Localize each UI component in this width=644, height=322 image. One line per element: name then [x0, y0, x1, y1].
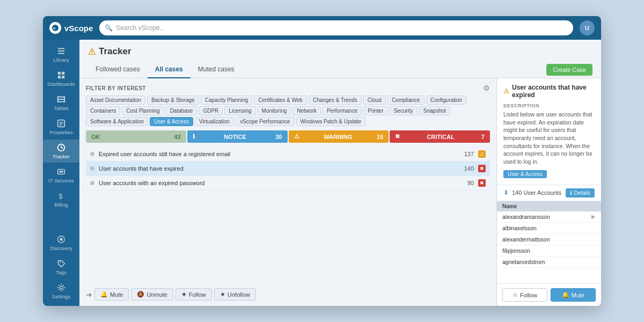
tag-containers[interactable]: Containers	[86, 106, 120, 115]
warning-count: 15	[377, 134, 383, 140]
status-warning-button[interactable]: ⚠ WARNING 15	[289, 130, 389, 143]
detail-mute-button[interactable]: 🔔 Mute	[551, 288, 596, 302]
critical-count: 7	[481, 134, 485, 140]
tag-snapshot[interactable]: Snapshot	[419, 106, 450, 115]
name-row-5[interactable]: agnetanordstrom	[497, 257, 601, 268]
page-title-text: Tracker	[99, 46, 131, 57]
description-label: DESCRIPTION	[503, 103, 595, 108]
tracker-warning-icon: ⚠	[88, 47, 96, 57]
search-bar[interactable]: 🔍 Search vScope...	[99, 20, 573, 35]
detail-tag[interactable]: User & Access	[503, 170, 547, 178]
filter-header: FILTER BY INTEREST ⚙	[86, 84, 490, 92]
tag-certificates-web[interactable]: Certificates & Web	[254, 96, 307, 105]
tag-vscope-performance[interactable]: vScope Performance	[236, 117, 294, 126]
unfollow-label: Unfollow	[228, 291, 250, 298]
follow-star-icon: ★	[181, 291, 187, 298]
follow-button[interactable]: ★ Follow	[175, 288, 212, 301]
tag-compliance[interactable]: Compliance	[387, 96, 425, 105]
sidebar-item-discovery[interactable]: Discovery	[43, 231, 79, 254]
svg-rect-8	[62, 76, 64, 78]
tag-configuration[interactable]: Configuration	[426, 96, 466, 105]
page-header: ⚠ Tracker	[79, 40, 601, 61]
status-notice-button[interactable]: ℹ NOTICE 30	[187, 130, 288, 143]
svg-rect-2	[58, 48, 65, 49]
details-button[interactable]: ℹ Details	[566, 188, 595, 197]
unfollow-button[interactable]: ★ Unfollow	[214, 288, 256, 301]
name-row-3[interactable]: alexandermattsson	[497, 234, 601, 245]
tag-backup-storage[interactable]: Backup & Storage	[147, 96, 199, 105]
sidebar-item-tags[interactable]: Tags	[43, 255, 79, 279]
tag-monitoring[interactable]: Monitoring	[258, 106, 291, 115]
sidebar-item-library[interactable]: Library	[43, 43, 79, 66]
create-case-button[interactable]: Create Case	[546, 64, 592, 76]
svg-rect-6	[62, 72, 64, 75]
tag-asset-documentation[interactable]: Asset Documentation	[86, 96, 145, 105]
case-dot-2	[90, 166, 94, 171]
page-title: ⚠ Tracker	[88, 46, 592, 57]
tab-all-cases[interactable]: All cases	[148, 61, 191, 78]
notice-count: 30	[275, 134, 282, 140]
tab-muted-cases[interactable]: Muted cases	[191, 61, 242, 78]
case-item-1[interactable]: Expired user accounts still have a regis…	[86, 147, 490, 162]
unmute-button[interactable]: 🔕 Unmute	[131, 288, 173, 301]
status-ok-button[interactable]: OK 43	[86, 130, 186, 143]
app-name: vScope	[64, 24, 93, 33]
svg-rect-20	[59, 171, 63, 173]
case-name-1: Expired user accounts still have a regis…	[99, 151, 460, 157]
sidebar-label-billing: Billing	[54, 202, 68, 208]
tag-software-application[interactable]: Software & Application	[86, 117, 148, 126]
status-critical-button[interactable]: ✖ CRITICAL 7	[390, 130, 490, 143]
detail-title: ⚠ User accounts that have expired	[503, 84, 595, 99]
case-item-3[interactable]: User accounts with an expired password 9…	[86, 176, 490, 191]
detail-mute-label: Mute	[572, 292, 584, 298]
warning-label: WARNING	[324, 134, 352, 140]
detail-follow-label: Follow	[520, 292, 537, 298]
tag-database[interactable]: Database	[166, 106, 197, 115]
tag-virtualization[interactable]: Virtualization	[195, 117, 234, 126]
warning-icon: ⚠	[294, 133, 299, 140]
name-table: Name alexandramansson ▶ albinaxelsson al…	[497, 201, 601, 283]
tag-printer[interactable]: Printer	[363, 106, 387, 115]
sidebar-item-settings[interactable]: Settings	[43, 280, 79, 303]
case-item-2[interactable]: User accounts that have expired 140 ✖	[86, 162, 490, 176]
tag-gdpr[interactable]: GDPR	[199, 106, 223, 115]
name-row-4[interactable]: filipjonsson	[497, 245, 601, 257]
tag-windows-patch[interactable]: Windows Patch & Update	[296, 117, 365, 126]
mute-button[interactable]: 🔔 Mute	[94, 288, 129, 301]
tag-cost-planning[interactable]: Cost Planning	[122, 106, 164, 115]
tab-followed-cases[interactable]: Followed cases	[88, 61, 148, 78]
case-severity-2: ✖	[478, 165, 486, 172]
sidebar-item-dashboards[interactable]: Dashboards	[43, 67, 79, 90]
svg-text:v: v	[53, 26, 56, 31]
tag-security[interactable]: Security	[390, 106, 418, 115]
name-row-2[interactable]: albinaxelsson	[497, 223, 601, 234]
tag-changes-trends[interactable]: Changes & Trends	[309, 96, 362, 105]
tag-user-access[interactable]: User & Access	[150, 117, 193, 126]
sidebar-label-discovery: Discovery	[50, 245, 72, 251]
unfollow-icon: ★	[220, 291, 225, 298]
svg-rect-9	[57, 97, 65, 98]
sidebar-label-tables: Tables	[54, 105, 68, 111]
svg-rect-3	[58, 50, 65, 52]
name-row-1[interactable]: alexandramansson ▶	[497, 211, 601, 223]
svg-text:$: $	[59, 193, 63, 200]
tag-capacity-planning[interactable]: Capacity Planning	[201, 96, 253, 105]
tag-licensing[interactable]: Licensing	[224, 106, 255, 115]
detail-follow-button[interactable]: ☆ Follow	[502, 288, 547, 302]
name-1: alexandramansson	[502, 214, 550, 220]
sidebar-item-properties[interactable]: Properties	[43, 115, 79, 138]
filter-gear-icon[interactable]: ⚙	[483, 84, 490, 92]
tag-cloud[interactable]: Cloud	[363, 96, 386, 105]
user-avatar[interactable]: U	[580, 20, 595, 35]
sidebar-item-it-services[interactable]: IT Services	[43, 164, 79, 187]
sidebar: Library Dashboards Tables Properties Tra…	[43, 40, 79, 306]
svg-point-22	[60, 238, 62, 240]
notice-label: NOTICE	[224, 134, 246, 140]
sidebar-item-tables[interactable]: Tables	[43, 91, 79, 114]
tag-performance[interactable]: Performance	[323, 106, 362, 115]
sidebar-item-billing[interactable]: $ Billing	[43, 188, 79, 211]
tag-network[interactable]: Network	[292, 106, 321, 115]
name-2: albinaxelsson	[502, 225, 537, 231]
sidebar-item-tracker[interactable]: Tracker	[43, 140, 79, 163]
svg-rect-16	[59, 123, 63, 124]
